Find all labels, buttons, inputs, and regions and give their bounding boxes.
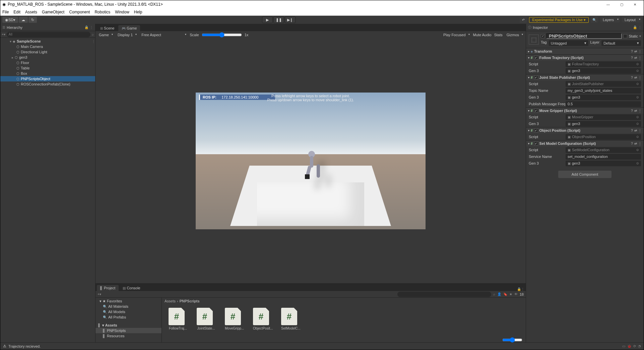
help-icon[interactable]: ? [631,129,633,132]
component-menu-icon[interactable]: ⋮ [638,109,642,113]
project-create-button[interactable]: +▾ [98,292,101,296]
asset-item[interactable]: #FollowTraj... [169,308,187,330]
account-button[interactable]: ◉ SD ▾ [2,17,18,23]
project-tab[interactable]: ▋ Project [97,285,119,291]
save-search-icon[interactable]: 🔖 [503,292,507,296]
layers-dropdown[interactable]: Layers [600,17,620,22]
scene-tab[interactable]: ⊞ Scene [97,25,118,31]
display-dropdown[interactable]: Display 1 [116,32,137,38]
hierarchy-item[interactable]: ⬡Main Camera [0,44,95,49]
object-picker-icon[interactable]: ⊙ [636,96,639,99]
inspector-lock-icon[interactable]: 🔒 [633,25,637,29]
object-picker-icon[interactable]: ⊙ [636,135,639,138]
add-component-button[interactable]: Add Component [558,171,612,178]
search-button[interactable]: 🔍 [591,17,598,23]
active-checkbox[interactable] [541,34,545,38]
gizmos-dropdown[interactable]: Gizmos [505,32,524,38]
project-tree-item[interactable]: ▋Resources [95,333,162,339]
scene-row[interactable]: ▾◈SampleScene⋮ [0,39,95,44]
hierarchy-search[interactable] [7,32,90,37]
hierarchy-item[interactable]: ⬡Box [0,71,95,76]
status-icon-4[interactable]: ◔ [638,344,641,348]
field-value[interactable]: 0.5 [566,101,641,107]
menu-help[interactable]: Help [134,10,142,14]
field-value[interactable]: ▣gen3⊙ [566,68,641,74]
history-button[interactable]: ↻ [28,17,37,23]
asset-item[interactable]: #JointState... [197,308,215,330]
asset-item[interactable]: #MoveGripp... [225,308,244,330]
preset-icon[interactable]: ⇄ [634,129,637,132]
project-tree-item[interactable]: ▾ ★ Favorites [95,298,162,304]
help-icon[interactable]: ? [631,76,633,79]
hierarchy-item[interactable]: ⬡PNPScriptsObject [0,76,95,81]
component-enabled-checkbox[interactable] [534,141,538,145]
play-button[interactable]: ▶ [262,16,273,23]
component-menu-icon[interactable]: ⋮ [638,56,642,60]
help-icon[interactable]: ? [631,56,633,60]
help-icon[interactable]: ? [631,109,633,113]
scale-slider[interactable] [202,32,242,38]
layer-dropdown[interactable]: Default▾ [601,40,641,46]
component-enabled-checkbox[interactable] [534,109,538,113]
object-picker-icon[interactable]: ⊙ [636,115,639,119]
menu-window[interactable]: Window [115,10,129,14]
hierarchy-item[interactable]: ⬡Table [0,65,95,71]
object-picker-icon[interactable]: ⊙ [636,148,639,152]
preset-icon[interactable]: ⇄ [634,142,637,145]
hierarchy-item[interactable]: ⬡Directional Light [0,49,95,55]
field-value[interactable]: ▣gen3⊙ [566,95,641,100]
component-menu-icon[interactable]: ⋮ [638,142,642,145]
object-picker-icon[interactable]: ⊙ [636,82,639,85]
component-header[interactable]: ▾#Set Model Configuration (Script)?⇄⋮ [526,140,644,147]
project-lock-icon[interactable]: 🔒 [517,287,521,291]
help-icon[interactable]: ? [631,50,633,53]
component-menu-icon[interactable]: ⋮ [638,129,642,132]
component-menu-icon[interactable]: ⋮ [638,50,642,53]
object-picker-icon[interactable]: ⊙ [636,62,639,66]
icon-size-slider[interactable] [502,337,522,343]
field-value[interactable]: ▣gen3⊙ [566,161,641,166]
project-tree-item[interactable]: ▋▾ Assets [95,323,162,328]
layout-dropdown[interactable]: Layout [622,17,642,22]
asset-item[interactable]: #ObjectPosit... [253,308,272,330]
menu-component[interactable]: Component [69,10,90,14]
hierarchy-item[interactable]: ▸⬡gen3 [0,55,95,60]
create-button[interactable]: +▾ [2,33,5,36]
status-icon-1[interactable]: ▭ [622,344,625,348]
component-menu-icon[interactable]: ⋮ [638,76,642,79]
favorite-icon[interactable]: ★ [509,292,512,296]
menu-file[interactable]: File [2,10,9,14]
project-menu-icon[interactable]: ⋮ [521,287,524,291]
component-header[interactable]: ▾#Move Gripper (Script)?⇄⋮ [526,108,644,114]
play-focused-dropdown[interactable]: Play Focused [442,32,470,38]
menu-robotics[interactable]: Robotics [94,10,110,14]
cloud-button[interactable]: ☁ [19,17,28,23]
menu-assets[interactable]: Assets [25,10,37,14]
project-tree-item[interactable]: 🔍All Materials [95,304,162,309]
preset-icon[interactable]: ⇄ [634,109,637,113]
menu-gameobject[interactable]: GameObject [42,10,64,14]
asset-item[interactable]: #SetModelC... [281,308,300,330]
tag-dropdown[interactable]: Untagged▾ [549,40,588,46]
project-tree-item[interactable]: 🔍All Prefabs [95,314,162,320]
project-tree-item[interactable]: ▋PNPScripts [95,328,162,333]
undo-history-button[interactable]: ↶ [520,17,527,23]
component-header[interactable]: ▾#Joint State Publisher (Script)?⇄⋮ [526,74,644,80]
close-button[interactable]: ✕ [628,3,642,6]
field-value[interactable]: my_gen3_unity/joint_states [566,88,641,94]
mute-audio-toggle[interactable]: Mute Audio [473,33,492,37]
component-enabled-checkbox[interactable] [534,75,538,79]
preset-icon[interactable]: ⇄ [634,50,637,53]
inspector-menu-icon[interactable]: ⋮ [638,25,642,29]
experimental-warning[interactable]: Experimental Packages In Use ▾ [529,17,588,23]
step-button[interactable]: ▶❙ [285,16,296,23]
component-header[interactable]: ▾#Follow Trajectory (Script)?⇄⋮ [526,55,644,61]
search-by-label-icon[interactable]: 👤 [497,292,501,296]
field-value[interactable]: ▣gen3⊙ [566,121,641,127]
aspect-dropdown[interactable]: Free Aspect [140,32,187,38]
gameobject-icon[interactable]: ⬚ [529,35,539,45]
hierarchy-menu-icon[interactable]: ⋮ [90,25,93,29]
hierarchy-lock-icon[interactable]: 🔒 [84,25,88,29]
status-icon-2[interactable]: 🐞 [627,344,631,348]
stats-toggle[interactable]: Stats [494,33,503,37]
